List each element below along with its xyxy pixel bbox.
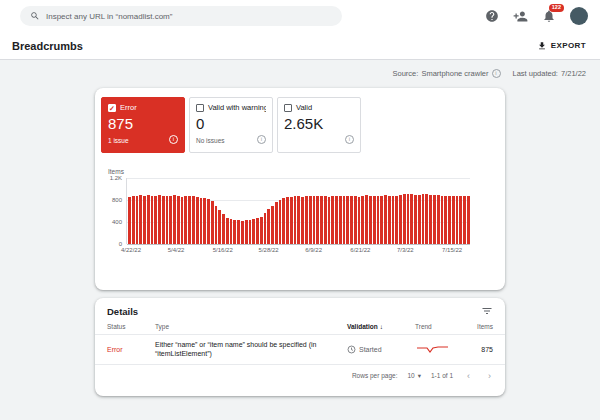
chart-bar[interactable] — [452, 196, 455, 244]
chart-bar[interactable] — [154, 196, 157, 244]
valid-warning-card[interactable]: Valid with warning 0 No issues i — [189, 97, 273, 153]
chart-bar[interactable] — [339, 196, 342, 244]
chart-bars[interactable] — [128, 178, 470, 244]
rows-per-page-select[interactable]: 10 ▾ — [407, 372, 421, 380]
next-page-button[interactable]: › — [484, 371, 495, 381]
checkbox-unchecked-icon[interactable] — [284, 104, 292, 112]
chart-bar[interactable] — [346, 196, 349, 244]
chart-bar[interactable] — [211, 201, 214, 244]
chart-bar[interactable] — [350, 196, 353, 244]
chart-bar[interactable] — [425, 194, 428, 244]
chart-bar[interactable] — [267, 209, 270, 244]
chart-bar[interactable] — [410, 194, 413, 244]
column-type[interactable]: Type — [155, 323, 347, 330]
chart-bar[interactable] — [456, 196, 459, 244]
chart-bar[interactable] — [286, 197, 289, 244]
table-row[interactable]: Error Either “name” or “item name” shoul… — [95, 335, 505, 365]
chart-bar[interactable] — [313, 196, 316, 244]
chart-bar[interactable] — [207, 199, 210, 244]
chart-bar[interactable] — [343, 196, 346, 244]
info-icon[interactable]: i — [257, 135, 266, 144]
notifications-button[interactable]: 122 — [542, 9, 556, 23]
chart-bar[interactable] — [260, 217, 263, 245]
chart-bar[interactable] — [392, 196, 395, 244]
chart-bar[interactable] — [192, 196, 195, 244]
chart-bar[interactable] — [316, 196, 319, 244]
chart-bar[interactable] — [459, 196, 462, 244]
chart-bar[interactable] — [422, 194, 425, 244]
info-icon[interactable]: i — [345, 135, 354, 144]
chart-bar[interactable] — [331, 196, 334, 244]
chart-bar[interactable] — [309, 196, 312, 244]
chart-bar[interactable] — [467, 196, 470, 244]
valid-card[interactable]: Valid 2.65K i — [277, 97, 361, 153]
chart-bar[interactable] — [437, 195, 440, 244]
chart-bar[interactable] — [354, 196, 357, 244]
chart-bar[interactable] — [463, 196, 466, 244]
chart-bar[interactable] — [403, 194, 406, 244]
chart-bar[interactable] — [301, 197, 304, 244]
avatar[interactable] — [570, 7, 588, 25]
chart-bar[interactable] — [136, 196, 139, 244]
chart-bar[interactable] — [373, 196, 376, 244]
checkbox-unchecked-icon[interactable] — [196, 104, 204, 112]
chart-bar[interactable] — [377, 196, 380, 244]
chart-bar[interactable] — [294, 196, 297, 244]
chart-bar[interactable] — [448, 196, 451, 244]
chart-bar[interactable] — [222, 214, 225, 244]
chart-bar[interactable] — [271, 206, 274, 245]
chart-bar[interactable] — [361, 196, 364, 244]
chart-bar[interactable] — [252, 219, 255, 244]
chart-bar[interactable] — [237, 220, 240, 244]
chart-bar[interactable] — [384, 195, 387, 244]
chart-bar[interactable] — [380, 196, 383, 244]
url-inspect-search[interactable]: Inspect any URL in “nomadlist.com” — [20, 6, 342, 26]
error-card[interactable]: ✓ Error 875 1 issue i — [101, 97, 185, 153]
chart-bar[interactable] — [297, 196, 300, 244]
chart-bar[interactable] — [233, 220, 236, 244]
chart-bar[interactable] — [395, 196, 398, 244]
chart-bar[interactable] — [264, 213, 267, 244]
chart-bar[interactable] — [279, 200, 282, 244]
chart-bar[interactable] — [418, 195, 421, 244]
chart-bar[interactable] — [249, 220, 252, 244]
export-button[interactable]: EXPORT — [537, 41, 586, 51]
chart-bar[interactable] — [282, 198, 285, 244]
chart-bar[interactable] — [226, 218, 229, 244]
info-icon[interactable]: i — [492, 69, 501, 78]
chart-bar[interactable] — [388, 196, 391, 244]
chart-bar[interactable] — [158, 195, 161, 244]
chart-bar[interactable] — [215, 206, 218, 245]
chart-bar[interactable] — [139, 195, 142, 244]
chart-bar[interactable] — [162, 196, 165, 244]
column-trend[interactable]: Trend — [415, 323, 467, 330]
previous-page-button[interactable]: ‹ — [463, 371, 474, 381]
chart-bar[interactable] — [230, 219, 233, 244]
chart-bar[interactable] — [414, 195, 417, 245]
chart-bar[interactable] — [173, 195, 176, 244]
chart-bar[interactable] — [320, 196, 323, 244]
chart-bar[interactable] — [132, 196, 135, 244]
chart-bar[interactable] — [369, 196, 372, 244]
chart-bar[interactable] — [181, 197, 184, 244]
chart-bar[interactable] — [328, 197, 331, 244]
chart-bar[interactable] — [441, 196, 444, 244]
chart-bar[interactable] — [166, 196, 169, 244]
chart-bar[interactable] — [200, 198, 203, 244]
chart-bar[interactable] — [184, 196, 187, 244]
chart-bar[interactable] — [128, 197, 131, 244]
chart-bar[interactable] — [429, 195, 432, 245]
filter-icon[interactable] — [481, 305, 493, 317]
chart-bar[interactable] — [147, 195, 150, 244]
chart-bar[interactable] — [143, 196, 146, 244]
chart-bar[interactable] — [203, 198, 206, 244]
info-icon[interactable]: i — [169, 135, 178, 144]
add-user-button[interactable] — [513, 9, 528, 24]
chart-bar[interactable] — [169, 196, 172, 244]
chart-bar[interactable] — [241, 221, 244, 244]
help-button[interactable] — [485, 9, 499, 23]
chart-bar[interactable] — [399, 195, 402, 245]
checkbox-checked-icon[interactable]: ✓ — [108, 104, 116, 112]
chart-bar[interactable] — [218, 210, 221, 244]
chart-bar[interactable] — [290, 197, 293, 244]
